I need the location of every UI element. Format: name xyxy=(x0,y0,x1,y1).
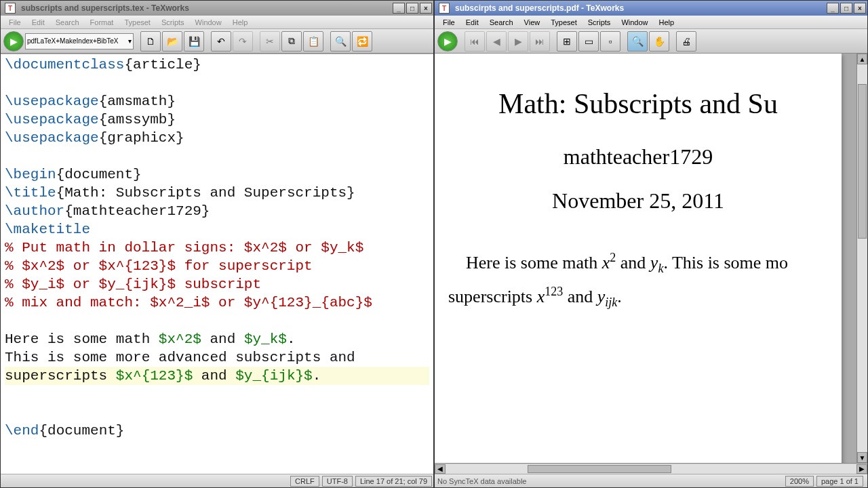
menu-view[interactable]: View xyxy=(519,17,546,28)
replace-button[interactable]: 🔁 xyxy=(352,31,372,52)
cut-button[interactable]: ✂ xyxy=(260,31,280,52)
status-cursor: Line 17 of 21; col 79 xyxy=(355,476,432,487)
fit-page-button[interactable]: ▭ xyxy=(578,31,599,52)
last-page-button[interactable]: ⏭ xyxy=(530,31,550,52)
pdf-scroll-area[interactable]: Math: Subscripts and Su mathteacher1729 … xyxy=(435,54,867,463)
menu-format[interactable]: Format xyxy=(85,17,119,28)
status-page[interactable]: page 1 of 1 xyxy=(816,476,863,487)
preview-statusbar: No SyncTeX data available 200% page 1 of… xyxy=(435,474,867,487)
preview-menubar: File Edit Search View Typeset Scripts Wi… xyxy=(435,16,867,29)
actual-size-button[interactable]: ▫ xyxy=(600,31,620,52)
preview-titlebar: T subscirpts and superscripts.pdf - TeXw… xyxy=(435,1,867,16)
status-eol[interactable]: CRLF xyxy=(290,476,319,487)
editor-menubar: File Edit Search Format Typeset Scripts … xyxy=(1,16,433,29)
menu-scripts[interactable]: Scripts xyxy=(583,17,616,28)
scroll-tool-button[interactable]: ✋ xyxy=(649,31,669,52)
pdf-title: Math: Subscripts and Su xyxy=(448,87,828,120)
prev-page-button[interactable]: ◀ xyxy=(486,31,507,52)
save-file-button[interactable]: 💾 xyxy=(184,31,204,52)
scroll-left-icon[interactable]: ◀ xyxy=(435,464,446,474)
status-encoding[interactable]: UTF-8 xyxy=(322,476,353,487)
vertical-scrollbar[interactable]: ▲ ▼ xyxy=(856,54,867,463)
menu-search[interactable]: Search xyxy=(50,17,85,28)
typeset-button[interactable]: ▶ xyxy=(3,31,24,52)
maximize-button[interactable]: □ xyxy=(840,3,852,14)
dropdown-icon: ▾ xyxy=(128,37,132,45)
editor-titlebar: T subscripts and superscripts.tex - TeXw… xyxy=(1,1,433,16)
app-icon: T xyxy=(439,3,450,14)
redo-button[interactable]: ↷ xyxy=(233,31,253,52)
fit-width-button[interactable]: ⊞ xyxy=(557,31,577,52)
undo-button[interactable]: ↶ xyxy=(211,31,231,52)
next-page-button[interactable]: ▶ xyxy=(508,31,528,52)
pdf-author: mathteacher1729 xyxy=(448,144,828,169)
minimize-button[interactable]: _ xyxy=(827,3,839,14)
editor-statusbar: CRLF UTF-8 Line 17 of 21; col 79 xyxy=(1,474,433,487)
menu-window[interactable]: Window xyxy=(616,17,653,28)
horizontal-scrollbar[interactable]: ◀ ▶ xyxy=(435,463,867,474)
pdf-body: Here is some math x2 and yk. This is som… xyxy=(448,246,828,314)
open-file-button[interactable]: 📂 xyxy=(162,31,182,52)
close-button[interactable]: × xyxy=(854,3,866,14)
status-sync: No SyncTeX data available xyxy=(437,477,526,485)
menu-window[interactable]: Window xyxy=(190,17,227,28)
menu-scripts[interactable]: Scripts xyxy=(156,17,190,28)
typeset-engine-select[interactable]: pdfLaTeX+MakeIndex+BibTeX ▾ xyxy=(25,33,134,49)
typeset-button[interactable]: ▶ xyxy=(437,31,458,52)
magnify-tool-button[interactable]: 🔍 xyxy=(627,31,648,52)
editor-title: subscripts and superscripts.tex - TeXwor… xyxy=(18,3,393,13)
new-file-button[interactable]: 🗋 xyxy=(140,31,161,52)
menu-help[interactable]: Help xyxy=(227,17,254,28)
first-page-button[interactable]: ⏮ xyxy=(465,31,485,52)
menu-file[interactable]: File xyxy=(437,17,460,28)
scroll-up-icon[interactable]: ▲ xyxy=(857,54,867,64)
scroll-right-icon[interactable]: ▶ xyxy=(856,464,867,474)
source-editor[interactable]: \documentclass{article} \usepackage{amsm… xyxy=(1,54,433,474)
menu-edit[interactable]: Edit xyxy=(26,17,50,28)
preview-title: subscirpts and superscripts.pdf - TeXwor… xyxy=(452,3,827,13)
scroll-down-icon[interactable]: ▼ xyxy=(857,452,867,463)
search-button[interactable]: 🔍 xyxy=(330,31,351,52)
menu-typeset[interactable]: Typeset xyxy=(545,17,583,28)
menu-file[interactable]: File xyxy=(3,17,26,28)
paste-button[interactable]: 📋 xyxy=(303,31,323,52)
preview-window: T subscirpts and superscripts.pdf - TeXw… xyxy=(434,0,868,488)
pdf-date: November 25, 2011 xyxy=(448,188,828,214)
scroll-thumb[interactable] xyxy=(528,465,671,473)
editor-toolbar: ▶ pdfLaTeX+MakeIndex+BibTeX ▾ 🗋 📂 💾 ↶ ↷ … xyxy=(1,29,433,54)
minimize-button[interactable]: _ xyxy=(393,3,405,14)
maximize-button[interactable]: □ xyxy=(406,3,418,14)
preview-toolbar: ▶ ⏮ ◀ ▶ ⏭ ⊞ ▭ ▫ 🔍 ✋ 🖨 xyxy=(435,29,867,54)
pdf-page: Math: Subscripts and Su mathteacher1729 … xyxy=(435,54,842,463)
editor-window: T subscripts and superscripts.tex - TeXw… xyxy=(0,0,434,488)
status-zoom[interactable]: 200% xyxy=(785,476,814,487)
menu-typeset[interactable]: Typeset xyxy=(119,17,156,28)
print-button[interactable]: 🖨 xyxy=(676,31,696,52)
close-button[interactable]: × xyxy=(420,3,432,14)
app-icon: T xyxy=(5,3,16,14)
scroll-thumb[interactable] xyxy=(858,84,867,239)
pdf-viewer: Math: Subscripts and Su mathteacher1729 … xyxy=(435,54,867,474)
menu-search[interactable]: Search xyxy=(484,17,519,28)
typeset-engine-label: pdfLaTeX+MakeIndex+BibTeX xyxy=(27,37,119,45)
menu-edit[interactable]: Edit xyxy=(460,17,484,28)
copy-button[interactable]: ⧉ xyxy=(281,31,302,52)
menu-help[interactable]: Help xyxy=(654,17,680,28)
